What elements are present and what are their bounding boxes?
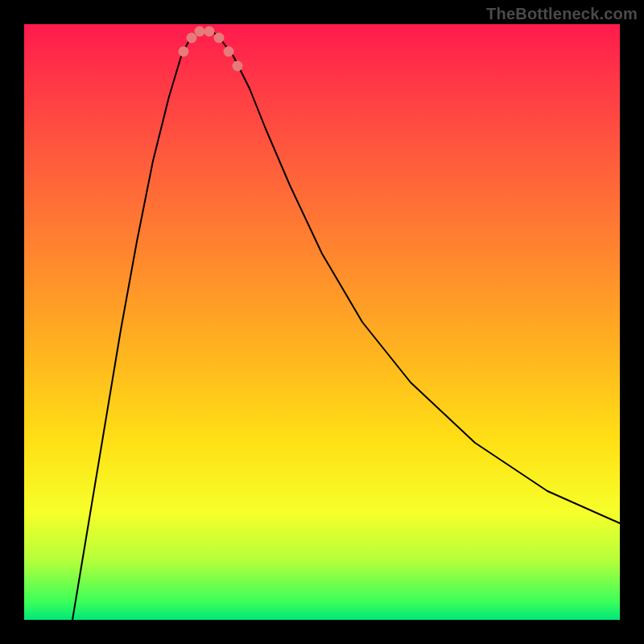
curve-marker — [233, 61, 243, 72]
chart-frame: TheBottleneck.com — [0, 0, 644, 644]
curve-marker — [204, 27, 215, 37]
curve-marker — [179, 47, 189, 57]
curve-svg — [24, 24, 620, 620]
curve-marker — [195, 27, 205, 37]
watermark-text: TheBottleneck.com — [486, 5, 638, 23]
curve-marker — [214, 33, 225, 43]
plot-area — [24, 24, 620, 620]
bottleneck-curve — [72, 31, 620, 620]
curve-markers — [179, 27, 243, 72]
curve-marker — [224, 47, 234, 57]
